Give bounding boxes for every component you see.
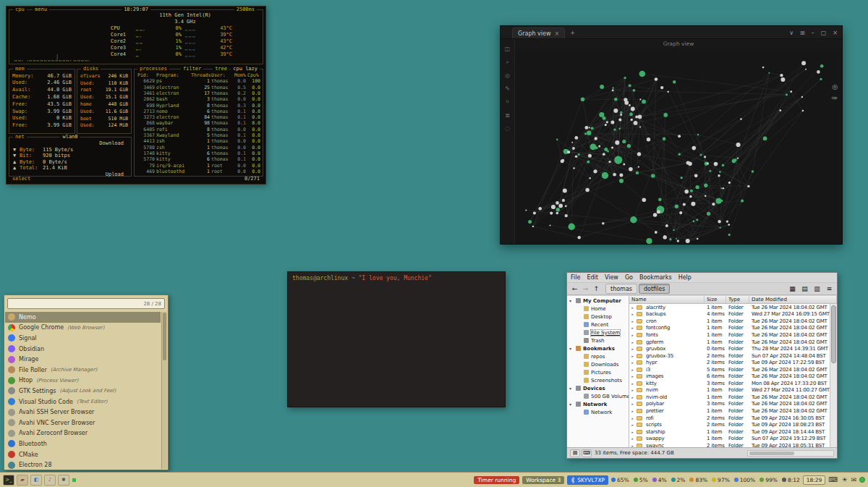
side-pane-icon[interactable]: ▤	[570, 449, 580, 457]
fm-sidebar-item[interactable]: ▾ Bookmarks	[567, 344, 629, 352]
process-row[interactable]: 469 bluetoothd 1 root 0.0 0.0	[135, 169, 263, 174]
process-column-header[interactable]: Mem%	[234, 72, 246, 78]
icon-view-button[interactable]: ▦	[788, 284, 797, 294]
launcher-search-box[interactable]: 28 / 28	[7, 298, 165, 309]
launcher-item[interactable]: File Roller (Archive Manager)	[5, 365, 161, 376]
tray-stat[interactable]: 5%	[634, 477, 648, 483]
fm-sidebar-item[interactable]: Home	[567, 305, 629, 313]
btop-filter-button[interactable]: filter	[181, 66, 203, 72]
process-row[interactable]: 5780 zsh 1 thomas 0.0 0.0	[135, 145, 263, 151]
launcher-item[interactable]: Htop (Process Viewer)	[5, 376, 161, 386]
launcher-item[interactable]: Avahi VNC Server Browser	[5, 418, 161, 428]
tray-stat[interactable]: 83%	[689, 477, 707, 483]
fm-file-row[interactable]: ▸ swaync 2 items Folder Tue 09 Apr 2024 …	[629, 442, 830, 447]
timer-badge[interactable]: Timer running	[474, 476, 519, 484]
fm-sidebar-item[interactable]: ▾ My Computer	[567, 297, 629, 305]
expander-icon[interactable]: ▾	[569, 346, 574, 351]
row-expander-icon[interactable]: ▸	[631, 374, 635, 378]
fm-menu-item[interactable]: View	[605, 274, 618, 281]
btop-cpu-title[interactable]: cpu	[13, 7, 27, 13]
fm-file-row[interactable]: ▸ rofi 2 items Folder Tue 09 Apr 2024 16…	[629, 415, 830, 422]
fm-sidebar-item[interactable]: Recent	[567, 321, 629, 329]
fm-file-row[interactable]: ▸ backups 4 items Folder Wed 27 Mar 2024…	[629, 311, 830, 318]
launcher-item[interactable]: GTK Settings (Adjust Look and Feel)	[5, 386, 161, 397]
process-row[interactable]: 6629 ps 1 thomas 0.0 100	[135, 78, 263, 84]
row-expander-icon[interactable]: ▸	[631, 347, 635, 351]
launcher-item[interactable]: Signal	[5, 333, 161, 344]
files-icon[interactable]: ◫	[505, 46, 511, 52]
process-column-header[interactable]: Threads:	[191, 72, 210, 78]
search-icon[interactable]: ⌕	[506, 59, 509, 66]
launcher-item[interactable]: Mirage	[5, 354, 161, 365]
settings-launcher[interactable]: ✱	[58, 475, 69, 486]
expander-icon[interactable]: ▾	[569, 298, 574, 303]
fm-menu-item[interactable]: Go	[625, 274, 633, 281]
new-tab-icon[interactable]: +	[570, 30, 575, 36]
launcher-item[interactable]: Avahi Zeroconf Browser	[5, 428, 161, 439]
fm-file-row[interactable]: ▸ gpferm 1 item Folder Tue 26 Mar 2024 1…	[629, 339, 830, 346]
back-button[interactable]: ←	[570, 284, 579, 294]
launcher-item[interactable]: Google Chrome (Web Browser)	[5, 323, 161, 334]
tray-stat[interactable]: 99%	[760, 477, 778, 483]
fm-column-header[interactable]: Name	[629, 296, 705, 303]
fm-sidebar-item[interactable]: repos	[567, 352, 629, 360]
fm-sidebar-item[interactable]: Screenshots	[567, 376, 629, 384]
launcher-item[interactable]: Electron 28	[5, 460, 161, 469]
process-row[interactable]: 5770 kitty 6 thomas 0.1 0.0	[135, 156, 263, 162]
btop-net-title[interactable]: net	[13, 134, 27, 140]
row-expander-icon[interactable]: ▸	[631, 395, 635, 399]
outline-icon[interactable]: ≣	[505, 112, 510, 119]
btop-mem-title[interactable]: mem	[13, 66, 27, 72]
process-row[interactable]: 2713 nemo 6 thomas 0.1 0.0	[135, 109, 263, 114]
up-button[interactable]: ↑	[592, 284, 601, 294]
row-expander-icon[interactable]: ▸	[631, 409, 635, 413]
terminal-window[interactable]: thomas@archlinux ~ "I love you, Munchie"	[287, 271, 506, 407]
fm-column-header[interactable]: Size	[705, 296, 726, 303]
process-row[interactable]: 1748 kitty 6 thomas 0.1 0.0	[135, 151, 263, 156]
launcher-scrollbar-thumb[interactable]	[163, 313, 166, 360]
fm-vertical-scrollbar[interactable]	[830, 304, 837, 447]
fm-sidebar-item[interactable]: 500 GB Volume	[567, 392, 629, 400]
row-expander-icon[interactable]: ▸	[631, 305, 635, 310]
fm-sidebar-item[interactable]: File System	[567, 329, 629, 336]
fm-vertical-scrollbar-thumb[interactable]	[831, 305, 836, 363]
command-icon[interactable]: ◌	[505, 125, 510, 132]
fm-column-header[interactable]: Type	[726, 296, 749, 303]
process-row[interactable]: 79 irq/9-acpi 1 root 0.0 0.0	[135, 162, 263, 168]
launcher-item[interactable]: Bluetooth	[5, 439, 161, 449]
row-expander-icon[interactable]: ▸	[631, 436, 635, 441]
obsidian-tab-graph-view[interactable]: Graph view ×	[512, 27, 565, 38]
graph-settings-icon[interactable]: ◎	[832, 83, 838, 90]
row-expander-icon[interactable]: ▸	[631, 319, 635, 323]
launcher-item[interactable]: CMake	[5, 449, 161, 460]
tray-stat[interactable]: 2%	[671, 477, 686, 483]
breadcrumb[interactable]: dotfiles	[639, 284, 670, 294]
row-expander-icon[interactable]: ▸	[631, 333, 635, 337]
fm-column-header[interactable]: Date Modified	[749, 296, 837, 303]
fm-file-row[interactable]: ▸ gruvbox 0 items Folder Thu 28 Mar 2024…	[629, 345, 830, 352]
status-indicator[interactable]	[859, 477, 865, 483]
tab-close-icon[interactable]: ×	[555, 30, 560, 37]
dropdown-icon[interactable]: ∨	[789, 30, 793, 36]
fm-sidebar-item[interactable]: Desktop	[567, 313, 629, 321]
process-row[interactable]: 698 Hyprland 8 thomas 0.3 0.0	[135, 102, 263, 108]
graph-icon[interactable]: ◎	[505, 72, 510, 79]
fm-menu-item[interactable]: Edit	[587, 274, 598, 281]
btop-disks-title[interactable]: disks	[81, 66, 101, 72]
process-column-header[interactable]: Cpu%	[247, 72, 260, 78]
process-column-header[interactable]: User:	[211, 72, 233, 78]
process-row[interactable]: 3469 electron 25 thomas 0.5 0.0	[135, 85, 263, 90]
fm-file-row[interactable]: ▸ fontconfig 1 item Folder Tue 26 Mar 20…	[629, 325, 830, 332]
btop-processes-title[interactable]: processes	[137, 66, 169, 72]
files-launcher[interactable]: ▰	[17, 475, 28, 486]
graph-canvas[interactable]	[515, 48, 842, 244]
row-expander-icon[interactable]: ▸	[631, 360, 635, 365]
btop-select-hint[interactable]: select	[12, 176, 30, 182]
row-expander-icon[interactable]: ▸	[631, 368, 635, 372]
fm-file-row[interactable]: ▸ prettier 1 item Folder Tue 26 Mar 2024…	[629, 407, 830, 415]
fm-menu-item[interactable]: Bookmarks	[639, 274, 672, 281]
terminal-launcher[interactable]: >_	[3, 475, 14, 486]
process-column-header[interactable]: Program:	[156, 72, 190, 78]
expander-icon[interactable]: ▾	[569, 386, 574, 391]
fm-sidebar-item[interactable]: Trash	[567, 336, 629, 344]
